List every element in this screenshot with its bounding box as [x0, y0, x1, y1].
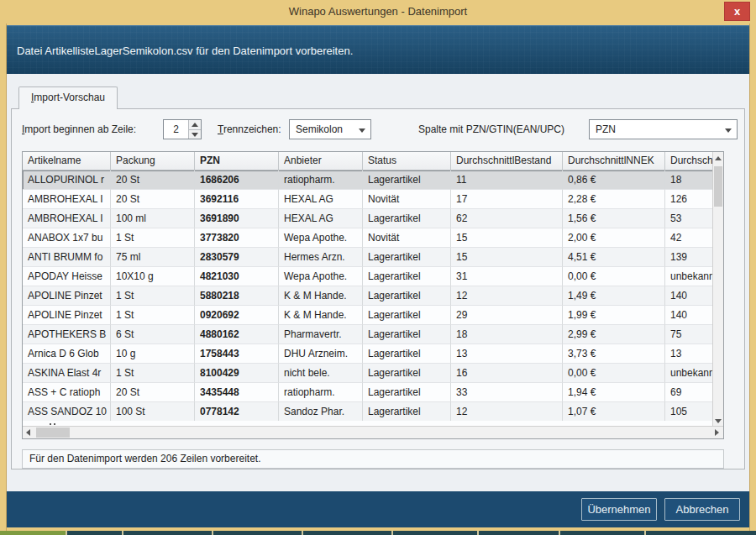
- table-cell: ANABOX 1x7 bu: [23, 228, 111, 248]
- scroll-up-button[interactable]: [713, 152, 723, 165]
- scroll-left-button[interactable]: [23, 427, 35, 438]
- table-cell: Lagerartikel: [363, 325, 451, 344]
- table-cell: 100 ml: [111, 209, 195, 228]
- table-row[interactable]: ANABOX 1x7 bu1 St3773820Wepa Apothe.Novi…: [23, 228, 714, 248]
- table-row[interactable]: ASKINA Elast 4r1 St8100429nicht bele.Lag…: [23, 364, 714, 383]
- table-cell: 10X10 g: [111, 267, 195, 286]
- table-cell: 15: [451, 248, 563, 267]
- table-cell: 1,49 €: [563, 286, 665, 306]
- start-row-label: Import beginnen ab Zeile:: [22, 123, 136, 135]
- spinner-up-button[interactable]: [189, 120, 201, 129]
- chevron-down-icon: [359, 129, 365, 133]
- table-cell: 105: [665, 402, 714, 422]
- table-cell: nicht bele.: [279, 364, 363, 383]
- apply-button[interactable]: Übernehmen: [581, 498, 657, 521]
- table-cell: 53: [665, 209, 714, 228]
- table-cell: HEXAL AG: [279, 209, 363, 228]
- column-header[interactable]: Artikelname: [23, 152, 111, 170]
- tab-import-vorschau[interactable]: Import-Vorschau: [18, 87, 118, 109]
- table-cell: 1 St: [111, 364, 195, 383]
- table-cell: 18: [451, 325, 563, 344]
- background-cell: [303, 531, 391, 535]
- table-cell: 2,99 €: [563, 325, 665, 344]
- preview-table: ArtikelnamePackungPZNAnbieterStatusDurch…: [22, 151, 724, 439]
- pzn-column-value: PZN: [596, 123, 616, 135]
- table-cell: 126: [665, 190, 714, 209]
- table-row[interactable]: AMBROHEXAL I20 St3692116HEXAL AGNovität1…: [23, 190, 714, 209]
- table-row[interactable]: ASS + C ratioph20 St3435448ratiopharm.La…: [23, 383, 714, 402]
- table-row[interactable]: APODAY Heisse10X10 g4821030Wepa Apothe.L…: [23, 267, 714, 286]
- table-cell: 4880162: [195, 325, 279, 344]
- start-row-value[interactable]: 2: [164, 120, 188, 139]
- close-button[interactable]: x: [724, 2, 750, 21]
- table-cell: 1 St: [111, 286, 195, 306]
- background-cell: [479, 531, 559, 535]
- column-header[interactable]: Anbieter: [279, 152, 363, 170]
- table-row[interactable]: ASS SANDOZ 10100 St0778142Sandoz Phar.La…: [23, 402, 714, 422]
- table-cell: 20 St: [111, 170, 195, 190]
- table-cell: 1 St: [111, 306, 195, 325]
- table-cell: 1,94 €: [563, 383, 665, 402]
- table-cell: HEXAL AG: [279, 190, 363, 209]
- column-header[interactable]: PZN: [195, 152, 279, 170]
- table-cell: 16: [451, 364, 563, 383]
- column-header[interactable]: DurchschnittlBestand: [451, 152, 563, 170]
- table-cell: 3435448: [195, 383, 279, 402]
- table-cell: 3773820: [195, 228, 279, 248]
- table-cell: Sandoz Phar.: [279, 402, 363, 422]
- title-bar: Winapo Auswertungen - Datenimport x: [0, 0, 756, 24]
- table-row[interactable]: ALLOPURINOL r20 St1686206ratiopharm.Lage…: [23, 170, 714, 190]
- table-cell: 100 St: [111, 402, 195, 422]
- scroll-down-icon: [715, 419, 722, 423]
- table-cell: APODAY Heisse: [23, 267, 111, 286]
- table-cell: ratiopharm.: [279, 383, 363, 402]
- table-cell: 1758443: [195, 344, 279, 364]
- table-cell: 1 St: [111, 228, 195, 248]
- horizontal-scroll-thumb[interactable]: [36, 427, 70, 438]
- table-cell: 5880218: [195, 286, 279, 306]
- table-cell: Wepa Apothe.: [279, 267, 363, 286]
- column-header[interactable]: Packung: [111, 152, 195, 170]
- table-cell: 13: [665, 344, 714, 364]
- column-header[interactable]: Durchschn: [665, 152, 714, 170]
- status-bar: Für den Datenimport werden 206 Zeilen vo…: [22, 449, 724, 469]
- table-cell: 3691890: [195, 209, 279, 228]
- pzn-column-combobox[interactable]: PZN: [589, 119, 738, 139]
- vertical-scrollbar[interactable]: [712, 152, 723, 427]
- table-cell: Hermes Arzn.: [279, 248, 363, 267]
- table-cell: 0,86 €: [563, 170, 665, 190]
- table-cell: Novität: [363, 190, 451, 209]
- table-cell: ASS SANDOZ 10: [23, 402, 111, 422]
- header-message: Datei ArtikellisteLagerSemikolon.csv für…: [17, 45, 353, 57]
- table-row[interactable]: AMBROHEXAL I100 ml3691890HEXAL AGLagerar…: [23, 209, 714, 228]
- table-row[interactable]: APOLINE Pinzet1 St0920692K & M Hande.Lag…: [23, 306, 714, 325]
- column-header[interactable]: DurchschnittlNNEK: [563, 152, 665, 170]
- cancel-button[interactable]: Abbrechen: [664, 498, 740, 521]
- separator-combobox[interactable]: Semikolon: [289, 119, 371, 139]
- table-row[interactable]: APOLINE Pinzet1 St5880218K & M Hande.Lag…: [23, 286, 714, 306]
- table-cell: 2830579: [195, 248, 279, 267]
- background-cell: [393, 531, 477, 535]
- table-row[interactable]: APOTHEKERS B6 St4880162Pharmavertr.Lager…: [23, 325, 714, 344]
- start-row-spinner[interactable]: 2: [163, 119, 202, 139]
- table-cell: 3692116: [195, 190, 279, 209]
- table-row[interactable]: Arnica D 6 Glob10 g1758443DHU Arzneim.La…: [23, 344, 714, 364]
- table-cell: 75 ml: [111, 248, 195, 267]
- table-cell: 69: [665, 383, 714, 402]
- scroll-up-icon: [715, 156, 722, 160]
- table-cell: 0920692: [195, 306, 279, 325]
- column-header[interactable]: Status: [363, 152, 451, 170]
- spinner-down-button[interactable]: [189, 129, 201, 139]
- scroll-right-button[interactable]: [711, 427, 723, 438]
- pzn-column-label: Spalte mit PZN/GTIN(EAN/UPC): [418, 123, 564, 135]
- table-cell: 20 St: [111, 383, 195, 402]
- up-arrow-icon: [192, 123, 198, 127]
- horizontal-scrollbar[interactable]: [23, 426, 723, 438]
- table-row[interactable]: ANTI BRUMM fo75 ml2830579Hermes Arzn.Lag…: [23, 248, 714, 267]
- table-cell: 13: [451, 344, 563, 364]
- table-cell: 12: [451, 286, 563, 306]
- vertical-scroll-thumb[interactable]: [714, 166, 722, 207]
- table-cell: 29: [451, 306, 563, 325]
- table-cell: ratiopharm.: [279, 170, 363, 190]
- window-title: Winapo Auswertungen - Datenimport: [0, 5, 756, 18]
